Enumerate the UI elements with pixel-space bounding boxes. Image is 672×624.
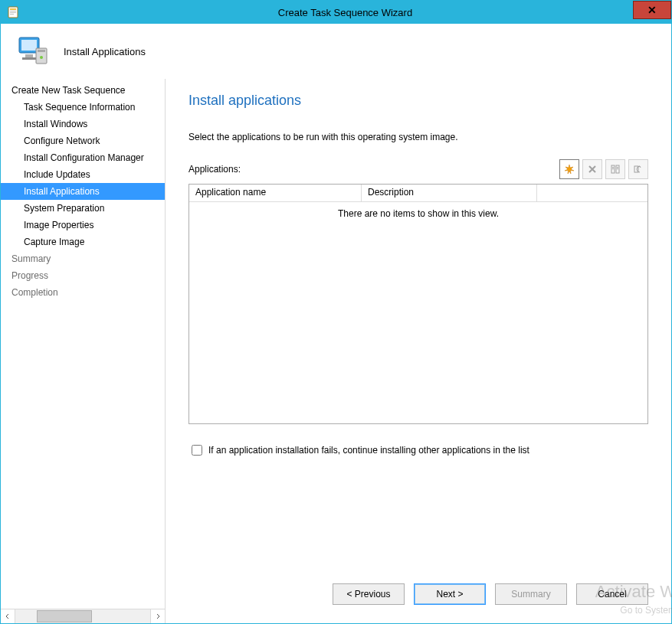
- svg-rect-6: [21, 40, 37, 51]
- list-empty-message: There are no items to show in this view.: [189, 202, 647, 423]
- svg-point-11: [40, 56, 43, 59]
- svg-rect-17: [617, 168, 618, 169]
- nav-item-configure-network[interactable]: Configure Network: [1, 132, 165, 149]
- next-button[interactable]: Next >: [414, 583, 486, 605]
- col-application-name[interactable]: Application name: [189, 185, 362, 201]
- close-icon: ✕: [647, 5, 657, 15]
- step-title: Install Applications: [64, 46, 146, 57]
- delete-button[interactable]: [582, 159, 602, 179]
- properties-icon: [610, 164, 621, 175]
- nav-item-install-configuration-manager[interactable]: Install Configuration Manager: [1, 149, 165, 166]
- step-icon: [15, 33, 51, 70]
- wizard-window: Create Task Sequence Wizard ✕ Install Ap…: [0, 0, 672, 624]
- wizard-nav: Create New Task SequenceTask Sequence In…: [1, 79, 166, 623]
- wizard-footer: < Previous Next > Summary Cancel: [333, 583, 648, 605]
- wizard-main: Install applications Select the applicat…: [166, 79, 671, 623]
- app-icon: [7, 6, 19, 18]
- close-button[interactable]: ✕: [633, 1, 671, 19]
- move-icon: [633, 164, 644, 175]
- nav-horizontal-scrollbar[interactable]: [1, 609, 165, 623]
- nav-item-create-new-task-sequence[interactable]: Create New Task Sequence: [1, 82, 165, 99]
- scroll-thumb[interactable]: [37, 610, 92, 622]
- svg-rect-10: [38, 50, 45, 52]
- continue-on-fail-checkbox[interactable]: [192, 445, 202, 456]
- col-description[interactable]: Description: [362, 185, 537, 201]
- svg-rect-16: [617, 167, 618, 168]
- watermark-line2: Go to System: [620, 605, 672, 616]
- continue-on-fail-label: If an application installation fails, co…: [208, 445, 529, 456]
- nav-item-task-sequence-information[interactable]: Task Sequence Information: [1, 99, 165, 116]
- nav-item-include-updates[interactable]: Include Updates: [1, 166, 165, 183]
- scroll-left-arrow[interactable]: [1, 609, 15, 623]
- continue-on-fail-row[interactable]: If an application installation fails, co…: [188, 443, 648, 458]
- applications-label-row: Applications:: [188, 159, 648, 179]
- nav-item-image-properties[interactable]: Image Properties: [1, 217, 165, 234]
- nav-item-summary[interactable]: Summary: [1, 250, 165, 267]
- list-header: Application name Description: [189, 185, 647, 202]
- svg-rect-2: [10, 11, 16, 11]
- nav-item-progress[interactable]: Progress: [1, 267, 165, 284]
- col-filler: [537, 185, 647, 201]
- svg-rect-7: [25, 54, 33, 57]
- starburst-icon: [564, 164, 575, 175]
- delete-icon: [587, 164, 598, 175]
- titlebar: Create Task Sequence Wizard ✕: [1, 1, 671, 24]
- applications-toolbar: [559, 159, 648, 179]
- nav-item-completion[interactable]: Completion: [1, 284, 165, 301]
- new-button[interactable]: [559, 159, 579, 179]
- nav-item-system-preparation[interactable]: System Preparation: [1, 200, 165, 217]
- cancel-button[interactable]: Cancel: [576, 583, 648, 605]
- summary-button[interactable]: Summary: [495, 583, 567, 605]
- applications-list[interactable]: Application name Description There are n…: [188, 184, 648, 424]
- nav-list: Create New Task SequenceTask Sequence In…: [1, 79, 165, 609]
- nav-item-install-applications[interactable]: Install Applications: [1, 183, 165, 200]
- window-title: Create Task Sequence Wizard: [19, 7, 671, 18]
- svg-rect-3: [10, 12, 16, 13]
- svg-rect-14: [612, 167, 614, 168]
- nav-item-install-windows[interactable]: Install Windows: [1, 116, 165, 132]
- page-instruction: Select the applications to be run with t…: [188, 132, 648, 142]
- wizard-header: Install Applications: [1, 24, 671, 79]
- nav-item-capture-image[interactable]: Capture Image: [1, 234, 165, 250]
- properties-button[interactable]: [605, 159, 625, 179]
- scroll-track[interactable]: [15, 609, 150, 623]
- applications-label: Applications:: [188, 164, 559, 175]
- svg-rect-4: [10, 14, 14, 15]
- svg-rect-8: [22, 57, 36, 60]
- page-heading: Install applications: [188, 93, 648, 109]
- svg-rect-1: [10, 8, 16, 10]
- scroll-right-arrow[interactable]: [150, 609, 165, 623]
- previous-button[interactable]: < Previous: [333, 583, 405, 605]
- wizard-body: Create New Task SequenceTask Sequence In…: [1, 79, 671, 623]
- moveup-button[interactable]: [628, 159, 648, 179]
- svg-rect-15: [612, 168, 614, 169]
